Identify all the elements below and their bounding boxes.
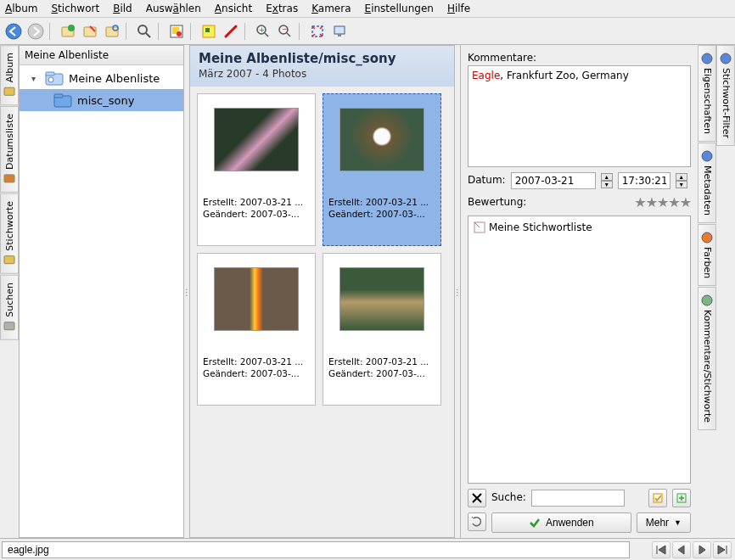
edit-album-icon[interactable] (80, 21, 100, 42)
svg-rect-24 (4, 175, 14, 182)
chevron-down-icon: ▼ (674, 518, 682, 527)
fullscreen-icon[interactable] (307, 21, 328, 42)
nav-prev-icon[interactable] (672, 541, 691, 558)
svg-point-1 (28, 24, 43, 39)
svg-rect-31 (54, 94, 63, 98)
thumbnail-item[interactable]: Erstellt: 2007-03-21 ...Geändert: 2007-0… (197, 93, 316, 246)
menubar: AlbumStichwortBildAuswählenAnsichtExtras… (0, 0, 735, 18)
thumbnail-item[interactable]: Erstellt: 2007-03-21 ...Geändert: 2007-0… (323, 93, 441, 246)
assign-tag-button[interactable] (648, 489, 667, 507)
slideshow-icon[interactable] (329, 21, 350, 42)
zoom-in-icon[interactable]: + (253, 21, 273, 42)
svg-line-18 (287, 33, 290, 36)
thumbnail-created: Erstellt: 2007-03-21 ... (327, 356, 437, 368)
svg-point-36 (702, 151, 712, 161)
svg-rect-13 (205, 28, 210, 32)
statusbar (0, 538, 735, 560)
thumbnail-modified: Geändert: 2007-03-... (201, 209, 311, 221)
left-tab-datumsliste[interactable]: Datumsliste (0, 106, 19, 193)
thumbnail-item[interactable]: Erstellt: 2007-03-21 ...Geändert: 2007-0… (197, 253, 316, 406)
back-button[interactable] (3, 21, 24, 42)
menu-bild[interactable]: Bild (113, 3, 132, 14)
nav-last-icon[interactable] (713, 541, 732, 558)
svg-rect-22 (338, 34, 341, 36)
keyword-root-label: Meine Stichwortliste (489, 221, 592, 233)
date-input[interactable] (511, 172, 596, 189)
comment-textarea[interactable]: Eagle, Frankfurt Zoo, Germany (468, 65, 691, 167)
right-tab-farben[interactable]: Farben (698, 224, 716, 286)
svg-point-3 (68, 25, 75, 31)
tree-child-item[interactable]: misc_sony (20, 89, 183, 111)
svg-point-35 (702, 53, 712, 64)
thumbnail-created: Erstellt: 2007-03-21 ... (201, 197, 311, 209)
album-tree: ▾ Meine Albenliste misc_sony (20, 65, 183, 537)
left-sidebar-tabs: AlbumDatumslisteStichworteSuchen (0, 45, 19, 538)
recent-tags-button[interactable] (468, 512, 486, 531)
keyword-root-item[interactable]: Meine Stichwortliste (472, 220, 687, 235)
thumbnail-item[interactable]: Erstellt: 2007-03-21 ...Geändert: 2007-0… (323, 253, 441, 406)
search-input[interactable] (531, 490, 625, 507)
thumbnail-image (339, 267, 424, 331)
time-input[interactable] (618, 172, 670, 189)
left-tab-suchen[interactable]: Suchen (0, 275, 19, 340)
menu-album[interactable]: Album (5, 3, 37, 14)
thumbnail-image (214, 267, 299, 331)
nav-next-icon[interactable] (693, 541, 711, 558)
apply-button[interactable]: Anwenden (491, 512, 631, 533)
svg-point-0 (6, 24, 21, 39)
forward-button[interactable] (25, 21, 46, 42)
add-tag-button[interactable] (672, 489, 691, 507)
album-tree-panel: Meine Albenliste ▾ Meine Albenliste misc… (19, 45, 184, 538)
refresh-album-icon[interactable] (102, 21, 122, 42)
thumbnail-area: Meine Albenliste/misc_sony März 2007 - 4… (189, 45, 455, 538)
zoom-icon[interactable] (134, 21, 154, 42)
date-label: Datum: (468, 174, 506, 186)
menu-hilfe[interactable]: Hilfe (447, 3, 470, 14)
menu-kamera[interactable]: Kamera (311, 3, 351, 14)
thumbnail-modified: Geändert: 2007-03-... (327, 368, 437, 380)
tag-yellow-icon[interactable] (199, 21, 219, 42)
new-album-icon[interactable] (58, 21, 78, 42)
album-subtitle: März 2007 - 4 Photos (199, 68, 446, 80)
svg-line-8 (146, 33, 150, 37)
time-stepper[interactable]: ▲▼ (676, 173, 687, 188)
tree-root-label: Meine Albenliste (69, 72, 160, 85)
zoom-out-icon[interactable]: − (275, 21, 295, 42)
left-tab-stichworte[interactable]: Stichworte (0, 193, 19, 274)
date-stepper[interactable]: ▲▼ (601, 173, 613, 188)
right-tab-eigenschaften[interactable]: Eigenschaften (698, 45, 716, 142)
draw-red-icon[interactable] (221, 21, 241, 42)
svg-rect-26 (4, 322, 14, 330)
rating-stars[interactable]: ★★★★★ (634, 194, 691, 210)
more-button[interactable]: Mehr ▼ (637, 512, 691, 533)
image-editor-icon[interactable] (166, 21, 187, 42)
menu-auswählen[interactable]: Auswählen (146, 3, 201, 14)
rating-label: Bewertung: (468, 196, 526, 208)
svg-line-15 (265, 33, 268, 36)
folder-icon (53, 92, 72, 108)
menu-extras[interactable]: Extras (266, 3, 298, 14)
thumbnail-image (339, 108, 424, 171)
menu-einstellungen[interactable]: Einstellungen (365, 3, 434, 14)
clear-search-button[interactable] (468, 489, 486, 507)
nav-first-icon[interactable] (652, 541, 670, 558)
thumbnail-modified: Geändert: 2007-03-... (327, 209, 437, 221)
menu-stichwort[interactable]: Stichwort (51, 3, 99, 14)
right-tab-stichwort-filter[interactable]: Stichwort-Filter (716, 45, 735, 146)
svg-rect-33 (654, 494, 662, 502)
right-sidebar-tabs: EigenschaftenMetadatenFarbenKommentare/S… (698, 45, 735, 538)
tree-root-item[interactable]: ▾ Meine Albenliste (20, 67, 183, 89)
comment-label: Kommentare: (468, 52, 691, 64)
keyword-tree[interactable]: Meine Stichwortliste (468, 216, 691, 484)
left-tab-album[interactable]: Album (0, 45, 19, 105)
svg-point-11 (177, 31, 182, 36)
right-tab-metadaten[interactable]: Metadaten (698, 143, 716, 223)
expander-icon[interactable]: ▾ (31, 74, 40, 83)
keyword-root-icon (474, 221, 485, 233)
svg-point-37 (702, 232, 712, 243)
menu-ansicht[interactable]: Ansicht (215, 3, 252, 14)
right-tab-kommentare-stichworte[interactable]: Kommentare/Stichworte (698, 287, 716, 430)
detail-panel: Kommentare: Eagle, Frankfurt Zoo, German… (460, 45, 698, 538)
thumbnail-grid: Erstellt: 2007-03-21 ...Geändert: 2007-0… (190, 87, 454, 537)
main-area: AlbumDatumslisteStichworteSuchen Meine A… (0, 45, 735, 538)
